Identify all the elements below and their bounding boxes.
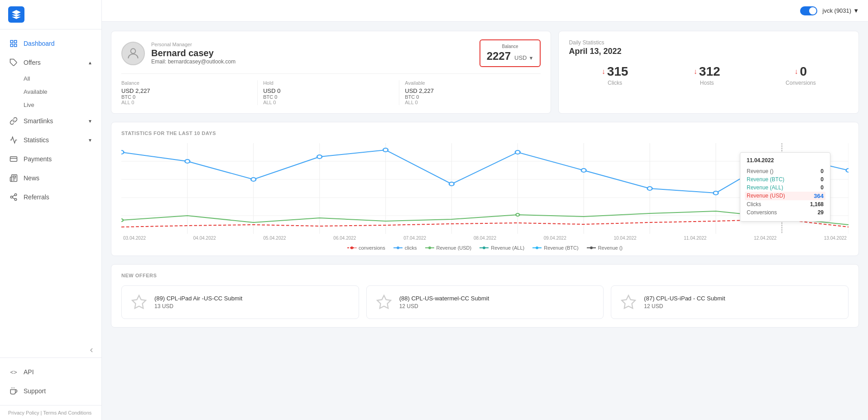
chart-area: 11.04.2022 Revenue () 0 Revenue (BTC) 0 … bbox=[121, 143, 849, 234]
toggle-switch[interactable] bbox=[800, 6, 817, 15]
legend-conversions-icon bbox=[347, 246, 356, 250]
offer-card-1: (88) CPL-US-watermel-CC Submit 12 USD bbox=[366, 285, 604, 319]
svg-point-15 bbox=[131, 48, 136, 53]
stat-title-balance: Balance bbox=[121, 80, 252, 86]
legend-clicks: clicks bbox=[393, 245, 417, 251]
legend-conversions: conversions bbox=[347, 245, 385, 251]
sidebar-item-label-api: API bbox=[24, 368, 92, 376]
tooltip-revenue-usd-label: Revenue (USD) bbox=[747, 193, 785, 199]
sidebar-sub-all[interactable]: All bbox=[24, 72, 101, 85]
svg-point-58 bbox=[590, 246, 593, 249]
offer-star-1[interactable] bbox=[374, 292, 394, 312]
smartlinks-chevron-icon: ▼ bbox=[88, 119, 92, 124]
legend-clicks-icon bbox=[393, 246, 403, 250]
topbar-toggle[interactable] bbox=[800, 6, 817, 15]
x-label-10: 13.04.2022 bbox=[824, 236, 847, 241]
tooltip-revenue-label: Revenue () bbox=[747, 168, 773, 174]
svg-rect-5 bbox=[10, 157, 17, 162]
offer-card-2: (87) CPL-US-iPad - CC Submit 12 USD bbox=[611, 285, 849, 319]
offer-name-1: (88) CPL-US-watermel-CC Submit bbox=[399, 295, 596, 302]
stat-sub-balance: BTC 0 bbox=[121, 94, 252, 100]
sidebar-item-label-news: News bbox=[24, 174, 92, 182]
sidebar-item-referrals[interactable]: Referrals bbox=[0, 188, 101, 207]
manager-name: Bernard casey bbox=[151, 48, 473, 58]
offer-card-0: (89) CPL-iPad Air -US-CC Submit 13 USD bbox=[121, 285, 359, 319]
svg-point-34 bbox=[317, 155, 322, 159]
manager-email-value: bernardcasey@outlook.com bbox=[168, 58, 236, 65]
privacy-policy-link[interactable]: Privacy Policy bbox=[8, 410, 39, 415]
chart-tooltip: 11.04.2022 Revenue () 0 Revenue (BTC) 0 … bbox=[740, 152, 830, 222]
hosts-label: Hosts bbox=[694, 80, 720, 86]
sidebar-sub-live[interactable]: Live bbox=[24, 98, 101, 111]
sidebar-item-offers[interactable]: Offers ▲ bbox=[0, 53, 101, 72]
sidebar-item-label-referrals: Referrals bbox=[24, 193, 92, 201]
stat-val-hold: USD 0 bbox=[263, 87, 393, 94]
sidebar-footer: Privacy Policy | Terms And Conditions bbox=[0, 405, 101, 420]
sidebar-sub-available[interactable]: Available bbox=[24, 85, 101, 98]
svg-point-44 bbox=[516, 213, 519, 216]
tooltip-clicks-label: Clicks bbox=[747, 201, 761, 208]
offer-star-0[interactable] bbox=[129, 292, 149, 312]
svg-marker-60 bbox=[377, 295, 391, 309]
legend-revenue-all-label: Revenue (ALL) bbox=[491, 245, 524, 251]
clicks-value: 315 bbox=[607, 64, 628, 79]
x-label-3: 06.04.2022 bbox=[333, 236, 356, 241]
offer-info-1: (88) CPL-US-watermel-CC Submit 12 USD bbox=[399, 295, 596, 309]
stat-val-balance: USD 2,227 bbox=[121, 87, 252, 94]
stat-title-hold: Hold bbox=[263, 80, 393, 86]
sidebar-item-payments[interactable]: Payments bbox=[0, 150, 101, 169]
sidebar-item-support[interactable]: Support bbox=[0, 381, 101, 401]
balance-currency-dropdown[interactable]: ▼ bbox=[529, 55, 534, 61]
stat-title-available: Available bbox=[405, 80, 535, 86]
x-label-6: 09.04.2022 bbox=[544, 236, 566, 241]
tooltip-date: 11.04.2022 bbox=[747, 157, 824, 164]
tooltip-row-revenue-all: Revenue (ALL) 0 bbox=[747, 183, 824, 192]
api-icon: <> bbox=[9, 367, 18, 377]
stat-all-balance: ALL 0 bbox=[121, 100, 252, 105]
topbar-username: jvck (9031) bbox=[823, 7, 852, 14]
sidebar-item-api[interactable]: <> API bbox=[0, 362, 101, 381]
daily-metric-clicks: ↓ 315 Clicks bbox=[602, 64, 628, 86]
stat-val-available: USD 2,227 bbox=[405, 87, 535, 94]
sidebar-item-dashboard[interactable]: Dashboard bbox=[0, 34, 101, 53]
svg-point-32 bbox=[185, 159, 190, 163]
clicks-label: Clicks bbox=[602, 80, 628, 86]
statistics-chevron-icon: ▼ bbox=[88, 138, 92, 143]
logo-icon bbox=[8, 6, 24, 23]
terms-link[interactable]: Terms And Conditions bbox=[43, 410, 91, 415]
tooltip-row-revenue-usd: Revenue (USD) 364 bbox=[745, 192, 825, 200]
offer-price-2: 12 USD bbox=[644, 303, 841, 309]
tooltip-row-conversions: Conversions 29 bbox=[747, 208, 824, 217]
new-offers-title: NEW OFFERS bbox=[121, 273, 849, 278]
svg-point-56 bbox=[536, 246, 538, 249]
dashboard-icon bbox=[9, 39, 18, 48]
tooltip-revenue-all-label: Revenue (ALL) bbox=[747, 184, 783, 191]
offer-star-2[interactable] bbox=[619, 292, 638, 312]
svg-rect-0 bbox=[10, 40, 13, 43]
tooltip-clicks-value: 1,168 bbox=[810, 201, 824, 208]
tooltip-conversions-label: Conversions bbox=[747, 209, 777, 216]
sidebar-collapse-button[interactable] bbox=[0, 343, 101, 357]
x-label-2: 05.04.2022 bbox=[264, 236, 286, 241]
new-offers-section: NEW OFFERS (89) CPL-iPad Air -US-CC Subm… bbox=[111, 264, 859, 328]
offer-price-0: 13 USD bbox=[154, 303, 351, 309]
svg-point-9 bbox=[14, 198, 17, 201]
balance-value: 2227 bbox=[487, 50, 511, 63]
legend-revenue-usd: Revenue (USD) bbox=[425, 245, 472, 251]
tooltip-revenue-btc-label: Revenue (BTC) bbox=[747, 176, 784, 183]
manager-avatar bbox=[121, 42, 145, 65]
smartlinks-icon bbox=[9, 116, 18, 126]
payments-icon bbox=[9, 154, 18, 164]
svg-point-39 bbox=[647, 187, 652, 190]
sidebar-item-statistics[interactable]: Statistics ▼ bbox=[0, 130, 101, 150]
topbar-user-menu[interactable]: jvck (9031) ▼ bbox=[823, 7, 859, 14]
x-label-5: 08.04.2022 bbox=[474, 236, 496, 241]
chart-x-labels: 03.04.2022 04.04.2022 05.04.2022 06.04.2… bbox=[121, 236, 849, 241]
sidebar-item-news[interactable]: News bbox=[0, 169, 101, 188]
legend-revenue-empty-icon bbox=[587, 246, 596, 250]
tooltip-row-clicks: Clicks 1,168 bbox=[747, 200, 824, 208]
x-label-0: 03.04.2022 bbox=[123, 236, 146, 241]
svg-marker-61 bbox=[622, 295, 635, 309]
offers-row: (89) CPL-iPad Air -US-CC Submit 13 USD (… bbox=[121, 285, 849, 319]
sidebar-item-smartlinks[interactable]: Smartlinks ▼ bbox=[0, 111, 101, 130]
